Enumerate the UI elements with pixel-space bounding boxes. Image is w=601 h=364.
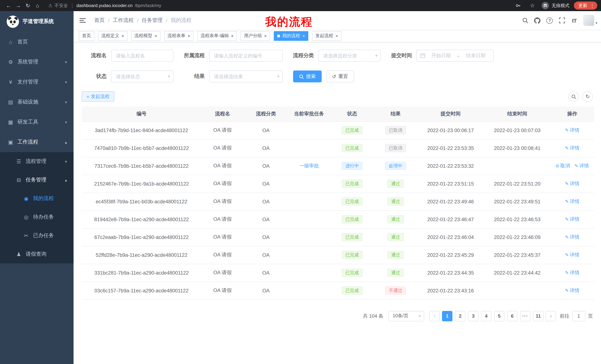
help-icon[interactable]: ?	[544, 14, 556, 26]
sidebar-item-process-management[interactable]: ☰流程管理▾	[0, 152, 74, 171]
address-bar[interactable]: ⚠ 不安全 | dashboard.yudao.iocoder.cn/bpm/t…	[48, 2, 513, 9]
tab-流程定义[interactable]: 流程定义×	[98, 31, 127, 41]
cell-name: OA 请假	[201, 264, 244, 282]
page-button-2[interactable]: 2	[455, 311, 465, 321]
page-button-5[interactable]: 5	[494, 311, 504, 321]
pager-ellipsis[interactable]: ···	[520, 311, 531, 321]
sidebar-item-workflow[interactable]: ▣工作流程▴	[0, 132, 74, 152]
current-task-link[interactable]: 一级审批	[299, 163, 319, 169]
cell-end-time: 2022-01-22 23:49:51	[484, 192, 550, 211]
forward-icon[interactable]: →	[13, 1, 23, 10]
page-button-6[interactable]: 6	[507, 311, 517, 321]
close-icon[interactable]: ×	[231, 34, 234, 38]
tab-label: 流程定义	[101, 33, 119, 39]
detail-link[interactable]: ✎详情	[565, 252, 580, 258]
detail-link[interactable]: ✎详情	[565, 216, 580, 223]
column-header: 结果	[374, 106, 417, 121]
table-header-row: 编号流程名流程分类当前审批任务状态结果提交时间结束时间操作	[82, 106, 594, 121]
sidebar-item-dev-tools[interactable]: ▦研发工具▾	[0, 112, 74, 132]
tab-流程表单[interactable]: 流程表单×	[164, 31, 193, 41]
active-tab-dot	[277, 34, 280, 37]
close-icon[interactable]: ×	[155, 34, 157, 38]
font-size-icon[interactable]: tT	[568, 14, 580, 26]
update-button[interactable]: 更新 ⋮	[574, 1, 597, 10]
refresh-table-button[interactable]: ↻	[582, 91, 593, 102]
result-select[interactable]	[209, 70, 283, 82]
page-button-1[interactable]: 1	[442, 311, 452, 321]
cell-category: OA	[244, 192, 288, 211]
next-page-button[interactable]: ›	[546, 311, 556, 321]
breadcrumb-item[interactable]: 首页	[94, 17, 105, 24]
close-icon[interactable]: ×	[188, 34, 190, 38]
table-row: ec45f38f-7b9a-11ec-b03b-acde48001122OA 请…	[82, 192, 594, 211]
fullscreen-icon[interactable]	[556, 14, 568, 26]
kebab-menu-icon[interactable]: ⋮	[590, 3, 595, 8]
sidebar-item-task-management[interactable]: ⊟任务管理▴	[0, 171, 74, 189]
toggle-search-button[interactable]	[568, 91, 579, 102]
sidebar-item-payment-management[interactable]: ¥支付管理▾	[0, 72, 74, 92]
hamburger-icon[interactable]	[74, 11, 92, 30]
goto-page-input[interactable]	[572, 311, 585, 321]
tab-首页[interactable]: 首页	[79, 31, 94, 41]
sidebar-item-done-tasks[interactable]: ✂已办任务	[0, 226, 74, 245]
reset-button[interactable]: ↺ 重置	[326, 70, 354, 82]
reload-icon[interactable]: ↻	[23, 1, 33, 10]
detail-link[interactable]: ✎详情	[565, 269, 580, 276]
close-icon[interactable]: ×	[335, 34, 338, 38]
page-button-4[interactable]: 4	[481, 311, 491, 321]
cell-end-time	[484, 157, 550, 175]
sidebar-item-leave-query[interactable]: ♟请假查询	[0, 245, 74, 263]
page-button-3[interactable]: 3	[468, 311, 478, 321]
sidebar-item-my-process[interactable]: ◉我的流程	[0, 189, 74, 208]
page-button-11[interactable]: 11	[533, 311, 543, 321]
status-badge: 已完成	[342, 126, 362, 134]
cell-submit-time: 2022-01-22 23:49:46	[417, 192, 484, 211]
sidebar-item-system-management[interactable]: ⚙系统管理▾	[0, 52, 74, 72]
close-icon[interactable]: ×	[302, 34, 305, 38]
process-name-input[interactable]	[111, 50, 173, 62]
home-icon[interactable]: ⌂	[33, 1, 42, 10]
search-button[interactable]: 搜索	[293, 70, 322, 82]
tab-流程模型[interactable]: 流程模型×	[131, 31, 160, 41]
detail-link[interactable]: ✎详情	[565, 145, 580, 151]
detail-link[interactable]: ✎详情	[565, 198, 580, 205]
close-icon[interactable]: ×	[121, 34, 124, 38]
tab-我的流程[interactable]: 我的流程×	[274, 31, 308, 41]
status-select[interactable]	[111, 70, 173, 82]
sidebar-item-todo-tasks[interactable]: ◎待办任务	[0, 208, 74, 226]
search-icon[interactable]	[519, 14, 531, 26]
create-process-button[interactable]: + 发起流程	[82, 91, 114, 102]
user-avatar[interactable]	[583, 15, 594, 26]
incognito-badge: 无痕模式	[541, 2, 570, 9]
detail-link[interactable]: ✎详情	[565, 180, 580, 187]
sidebar-item-infrastructure[interactable]: ▤基础设施▾	[0, 92, 74, 112]
github-icon[interactable]	[531, 14, 544, 26]
bookmark-star-icon[interactable]: ☆	[527, 1, 537, 10]
back-icon[interactable]: ←	[4, 1, 13, 10]
sidebar-item-home[interactable]: ⌂首页	[0, 32, 74, 52]
incognito-icon	[541, 2, 549, 9]
tab-用户分组[interactable]: 用户分组×	[241, 31, 270, 41]
sidebar-item-label: 待办任务	[33, 214, 54, 220]
detail-link[interactable]: ✎详情	[565, 127, 580, 134]
breadcrumb-item[interactable]: 工作流程	[113, 17, 134, 24]
tab-发起流程[interactable]: 发起流程×	[312, 31, 341, 41]
detail-link[interactable]: ✎详情	[574, 163, 589, 169]
page-size-input[interactable]	[389, 311, 424, 321]
prev-page-button[interactable]: ‹	[429, 311, 440, 321]
briefcase-icon: ▣	[7, 139, 14, 145]
cancel-link[interactable]: ⊘取消	[555, 163, 570, 169]
close-icon[interactable]: ×	[264, 34, 267, 38]
filter-category-label: 流程分类	[293, 52, 318, 59]
sidebar-logo[interactable]: 芋道管理系统	[0, 11, 74, 32]
tab-流程表单-编辑[interactable]: 流程表单-编辑×	[197, 31, 237, 41]
status-badge: 已完成	[342, 144, 362, 152]
detail-link[interactable]: ✎详情	[565, 287, 580, 294]
key-icon[interactable]	[513, 1, 523, 10]
process-definition-input[interactable]	[209, 50, 283, 62]
detail-link[interactable]: ✎详情	[565, 234, 580, 240]
date-range-picker[interactable]: 开始日期 - 结束日期	[416, 50, 494, 62]
category-select[interactable]	[318, 50, 381, 62]
page-size-select[interactable]: ▾	[389, 311, 424, 321]
breadcrumb-item[interactable]: 任务管理	[142, 17, 163, 24]
